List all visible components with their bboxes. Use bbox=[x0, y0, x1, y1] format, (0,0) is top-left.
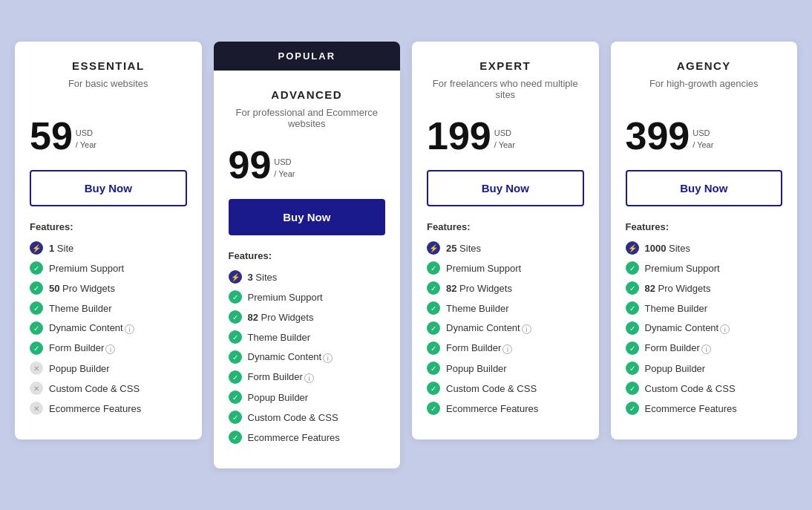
feature-item: ✓ Dynamic Contenti bbox=[30, 321, 187, 335]
info-icon: i bbox=[720, 324, 730, 334]
check-icon: ✓ bbox=[229, 310, 242, 324]
feature-item: ✓ Theme Builder bbox=[427, 301, 584, 315]
x-icon: ✕ bbox=[30, 382, 43, 395]
check-icon: ✓ bbox=[229, 330, 242, 344]
price-row-essential: 59 USD/ Year bbox=[30, 117, 187, 155]
plan-card-agency: AGENCYFor high-growth agencies 399 USD/ … bbox=[611, 42, 798, 439]
bolt-icon: ⚡ bbox=[626, 241, 639, 255]
feature-text: Dynamic Contenti bbox=[645, 322, 730, 333]
feature-item: ✕ Popup Builder bbox=[30, 362, 187, 375]
feature-text: Form Builderi bbox=[446, 342, 512, 353]
feature-text: Popup Builder bbox=[446, 363, 507, 374]
check-icon: ✓ bbox=[626, 301, 639, 315]
buy-btn-expert[interactable]: Buy Now bbox=[427, 170, 584, 206]
feature-item: ✓ Premium Support bbox=[626, 261, 783, 275]
check-icon: ✓ bbox=[30, 301, 43, 315]
price-suffix-expert: USD/ Year bbox=[494, 128, 515, 151]
feature-text: 82 Pro Widgets bbox=[248, 312, 314, 323]
check-icon: ✓ bbox=[30, 281, 43, 295]
feature-text: Dynamic Contenti bbox=[446, 322, 531, 333]
feature-item: ✓ Ecommerce Features bbox=[229, 431, 386, 444]
check-icon: ✓ bbox=[626, 402, 639, 415]
buy-btn-advanced[interactable]: Buy Now bbox=[229, 199, 386, 235]
feature-item: ✓ Dynamic Contenti bbox=[427, 321, 584, 335]
plan-desc-essential: For basic websites bbox=[30, 78, 187, 105]
check-icon: ✓ bbox=[229, 370, 242, 384]
plan-wrapper-agency: AGENCYFor high-growth agencies 399 USD/ … bbox=[611, 42, 798, 439]
price-row-agency: 399 USD/ Year bbox=[626, 117, 783, 155]
check-icon: ✓ bbox=[229, 290, 242, 304]
check-icon: ✓ bbox=[30, 341, 43, 355]
feature-item: ✓ Form Builderi bbox=[30, 341, 187, 355]
info-icon: i bbox=[105, 344, 115, 354]
feature-text: Popup Builder bbox=[645, 363, 706, 374]
check-icon: ✓ bbox=[626, 362, 639, 375]
plan-card-advanced: ADVANCEDFor professional and Ecommerce w… bbox=[214, 71, 401, 468]
check-icon: ✓ bbox=[427, 261, 440, 275]
feature-text: Theme Builder bbox=[49, 303, 112, 314]
features-label-expert: Features: bbox=[427, 221, 584, 232]
plan-desc-expert: For freelancers who need multiple sites bbox=[427, 78, 584, 105]
buy-btn-agency[interactable]: Buy Now bbox=[626, 170, 783, 206]
price-suffix-essential: USD/ Year bbox=[76, 128, 96, 151]
check-icon: ✓ bbox=[427, 301, 440, 315]
feature-item: ✓ 82 Pro Widgets bbox=[626, 281, 783, 295]
bolt-icon: ⚡ bbox=[30, 241, 43, 255]
feature-item: ⚡ 3 Sites bbox=[229, 270, 386, 284]
check-icon: ✓ bbox=[626, 281, 639, 295]
feature-item: ✓ 82 Pro Widgets bbox=[229, 310, 386, 324]
feature-item: ✓ Popup Builder bbox=[229, 390, 386, 404]
feature-text: Theme Builder bbox=[248, 332, 311, 343]
info-icon: i bbox=[323, 353, 333, 363]
feature-text: Form Builderi bbox=[49, 342, 115, 353]
feature-text: 50 Pro Widgets bbox=[49, 283, 115, 294]
price-row-expert: 199 USD/ Year bbox=[427, 117, 584, 155]
feature-text: 25 Sites bbox=[446, 243, 481, 254]
feature-text: 1 Site bbox=[49, 243, 73, 254]
feature-text: Premium Support bbox=[49, 263, 124, 274]
price-row-advanced: 99 USD/ Year bbox=[229, 146, 386, 184]
price-suffix-advanced: USD/ Year bbox=[274, 157, 295, 180]
check-icon: ✓ bbox=[626, 341, 639, 355]
plan-name-expert: EXPERT bbox=[427, 59, 584, 72]
feature-item: ✓ Ecommerce Features bbox=[427, 402, 584, 415]
check-icon: ✓ bbox=[427, 321, 440, 335]
feature-text: Custom Code & CSS bbox=[446, 383, 537, 394]
check-icon: ✓ bbox=[626, 321, 639, 335]
plan-wrapper-essential: ESSENTIALFor basic websites 59 USD/ Year… bbox=[15, 42, 202, 439]
feature-item: ✓ Custom Code & CSS bbox=[427, 382, 584, 395]
plan-name-agency: AGENCY bbox=[626, 59, 783, 72]
feature-item: ✓ Premium Support bbox=[30, 261, 187, 275]
feature-text: Premium Support bbox=[446, 263, 521, 274]
check-icon: ✓ bbox=[427, 382, 440, 395]
buy-btn-essential[interactable]: Buy Now bbox=[30, 170, 187, 206]
feature-item: ✓ 50 Pro Widgets bbox=[30, 281, 187, 295]
feature-item: ✓ Ecommerce Features bbox=[626, 402, 783, 415]
features-label-advanced: Features: bbox=[229, 250, 386, 261]
feature-text: Ecommerce Features bbox=[49, 403, 141, 414]
feature-text: Form Builderi bbox=[645, 342, 711, 353]
info-icon: i bbox=[522, 324, 531, 334]
price-suffix-agency: USD/ Year bbox=[693, 128, 713, 151]
feature-item: ⚡ 25 Sites bbox=[427, 241, 584, 255]
feature-text: Theme Builder bbox=[645, 303, 708, 314]
feature-text: 82 Pro Widgets bbox=[645, 283, 711, 294]
price-number-advanced: 99 bbox=[229, 146, 272, 184]
feature-text: Ecommerce Features bbox=[645, 403, 737, 414]
popular-badge: POPULAR bbox=[214, 42, 401, 71]
price-number-agency: 399 bbox=[626, 117, 690, 155]
feature-text: Popup Builder bbox=[49, 363, 110, 374]
feature-text: 3 Sites bbox=[248, 272, 278, 283]
feature-item: ✓ Dynamic Contenti bbox=[229, 350, 386, 364]
feature-item: ✓ Premium Support bbox=[229, 290, 386, 304]
bolt-icon: ⚡ bbox=[229, 270, 242, 284]
feature-item: ✓ Theme Builder bbox=[30, 301, 187, 315]
feature-text: Premium Support bbox=[248, 292, 323, 303]
feature-text: 82 Pro Widgets bbox=[446, 283, 512, 294]
plan-wrapper-expert: EXPERTFor freelancers who need multiple … bbox=[412, 42, 599, 439]
feature-item: ✕ Ecommerce Features bbox=[30, 402, 187, 415]
x-icon: ✕ bbox=[30, 362, 43, 375]
check-icon: ✓ bbox=[30, 261, 43, 275]
info-icon: i bbox=[701, 344, 711, 354]
feature-item: ✓ Premium Support bbox=[427, 261, 584, 275]
